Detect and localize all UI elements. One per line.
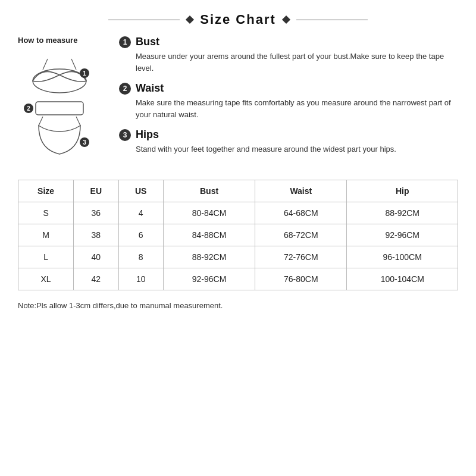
table-cell: L — [18, 246, 74, 268]
svg-text:2: 2 — [27, 105, 30, 112]
table-cell: 68-72CM — [255, 224, 347, 246]
hips-description: Stand with your feet together and measur… — [119, 143, 458, 155]
svg-text:1: 1 — [83, 70, 86, 77]
table-cell: 92-96CM — [163, 268, 255, 290]
how-to-measure-label: How to measure — [18, 36, 107, 45]
instruction-hips-header: 3 Hips — [119, 129, 458, 141]
table-cell: 88-92CM — [163, 246, 255, 268]
table-row: XL421092-96CM76-80CM100-104CM — [18, 268, 458, 290]
instruction-bust-header: 1 Bust — [119, 36, 458, 48]
svg-line-8 — [39, 117, 43, 126]
instruction-bust: 1 Bust Measure under your arems around t… — [119, 36, 458, 74]
title-row: Size Chart — [18, 12, 458, 27]
svg-line-9 — [76, 117, 80, 126]
svg-rect-5 — [36, 102, 83, 115]
table-cell: 76-80CM — [255, 268, 347, 290]
measure-diagram: How to measure 1 2 — [18, 36, 107, 169]
waist-number-badge: 2 — [119, 83, 131, 95]
instruction-waist-header: 2 Waist — [119, 82, 458, 95]
instruction-hips: 3 Hips Stand with your feet together and… — [119, 129, 458, 155]
table-cell: 10 — [118, 268, 163, 290]
measure-instructions: 1 Bust Measure under your arems around t… — [119, 36, 458, 164]
measurement-note: Note:Pls allow 1-3cm differs,due to manu… — [18, 301, 458, 310]
col-size: Size — [18, 180, 74, 202]
bust-number-badge: 1 — [119, 36, 131, 48]
table-row: L40888-92CM72-76CM96-100CM — [18, 246, 458, 268]
svg-line-2 — [71, 59, 76, 70]
table-row: M38684-88CM68-72CM92-96CM — [18, 224, 458, 246]
table-cell: 92-96CM — [347, 224, 458, 246]
hips-number-badge: 3 — [119, 129, 131, 141]
table-cell: 4 — [118, 202, 163, 224]
waist-description: Make sure the measuring tape fits comfor… — [119, 97, 458, 120]
page-title: Size Chart — [200, 12, 276, 27]
table-cell: 88-92CM — [347, 202, 458, 224]
table-cell: 72-76CM — [255, 246, 347, 268]
measure-section: How to measure 1 2 — [18, 36, 458, 169]
diamond-left-icon — [186, 15, 194, 24]
col-waist: Waist — [255, 180, 347, 202]
table-cell: S — [18, 202, 74, 224]
table-cell: 80-84CM — [163, 202, 255, 224]
waist-title: Waist — [136, 82, 164, 95]
table-cell: 40 — [74, 246, 118, 268]
bust-title: Bust — [136, 36, 159, 48]
hips-title: Hips — [136, 129, 159, 141]
svg-line-1 — [43, 59, 48, 70]
table-cell: 38 — [74, 224, 118, 246]
size-table: Size EU US Bust Waist Hip S36480-84CM64-… — [18, 180, 458, 290]
bust-description: Measure under your arems around the full… — [119, 51, 458, 74]
table-cell: 64-68CM — [255, 202, 347, 224]
body-diagram-svg: 1 2 3 — [18, 48, 101, 167]
table-cell: 6 — [118, 224, 163, 246]
title-line-left — [108, 20, 180, 20]
col-eu: EU — [74, 180, 118, 202]
col-hip: Hip — [347, 180, 458, 202]
table-row: S36480-84CM64-68CM88-92CM — [18, 202, 458, 224]
table-cell: 8 — [118, 246, 163, 268]
page: Size Chart How to measure 1 — [0, 0, 476, 476]
table-cell: 42 — [74, 268, 118, 290]
table-cell: 84-88CM — [163, 224, 255, 246]
diamond-right-icon — [282, 15, 290, 24]
table-cell: 96-100CM — [347, 246, 458, 268]
title-line-right — [296, 20, 368, 20]
col-us: US — [118, 180, 163, 202]
svg-text:3: 3 — [83, 139, 86, 146]
table-cell: 36 — [74, 202, 118, 224]
instruction-waist: 2 Waist Make sure the measuring tape fit… — [119, 82, 458, 120]
table-cell: 100-104CM — [347, 268, 458, 290]
table-cell: M — [18, 224, 74, 246]
table-cell: XL — [18, 268, 74, 290]
col-bust: Bust — [163, 180, 255, 202]
table-header-row: Size EU US Bust Waist Hip — [18, 180, 458, 202]
